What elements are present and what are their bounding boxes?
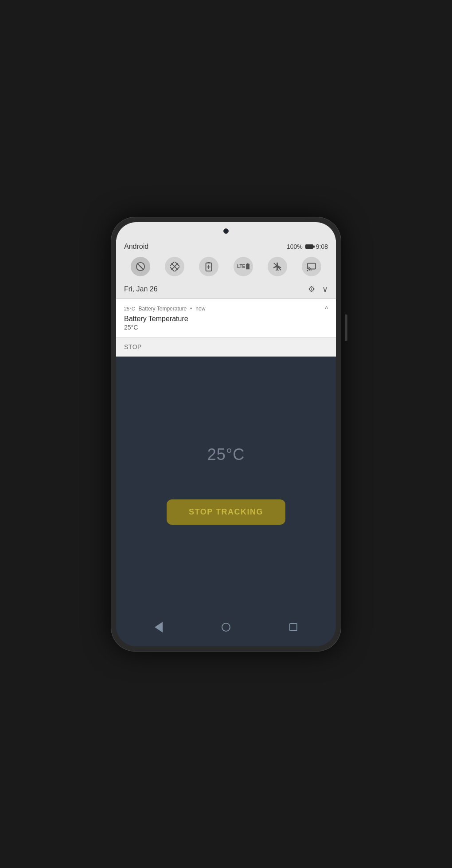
- home-button[interactable]: [219, 621, 233, 634]
- notification-time: now: [195, 306, 205, 312]
- notification-card: 25°C Battery Temperature • now ^ Battery…: [116, 299, 336, 338]
- phone-frame: Android 100% 9:08: [111, 217, 341, 652]
- notification-separator: •: [190, 306, 192, 312]
- back-icon: [155, 622, 163, 632]
- notification-header: 25°C Battery Temperature • now ^: [124, 305, 328, 312]
- battery-saver-icon[interactable]: [199, 257, 218, 276]
- svg-rect-4: [208, 262, 210, 263]
- phone-screen: Android 100% 9:08: [116, 222, 336, 646]
- camera-dot: [223, 228, 229, 234]
- notification-app-name: Battery Temperature: [139, 306, 187, 312]
- status-right-group: 100% 9:08: [287, 243, 328, 250]
- recents-button[interactable]: [287, 621, 300, 634]
- app-main-content: 25°C STOP TRACKING: [116, 357, 336, 613]
- cast-icon[interactable]: [302, 257, 321, 276]
- svg-point-12: [307, 270, 308, 271]
- notification-title: Battery Temperature: [124, 315, 328, 323]
- date-label: Fri, Jan 26: [124, 285, 158, 293]
- svg-text:LTE: LTE: [237, 264, 245, 269]
- notification-body: 25°C: [124, 324, 328, 331]
- home-icon: [222, 623, 230, 632]
- status-bar: Android 100% 9:08: [116, 240, 336, 253]
- recents-icon: [289, 623, 297, 631]
- airplane-mode-icon[interactable]: [268, 257, 287, 276]
- lte-signal-icon[interactable]: LTE: [234, 257, 253, 276]
- date-action-icons: ⚙ ∨: [308, 284, 328, 294]
- status-time: 9:08: [316, 243, 328, 250]
- stop-tracking-button[interactable]: STOP TRACKING: [167, 499, 285, 525]
- back-button[interactable]: [152, 621, 165, 634]
- notification-temp-badge: 25°C: [124, 306, 135, 311]
- notification-panel: Android 100% 9:08: [116, 222, 336, 357]
- battery-icon: [305, 244, 313, 249]
- notification-expand-icon[interactable]: ^: [325, 305, 328, 312]
- volume-button: [345, 314, 347, 341]
- settings-icon[interactable]: ⚙: [308, 284, 315, 294]
- status-app-name: Android: [124, 243, 148, 251]
- battery-percent: 100%: [287, 243, 303, 250]
- notification-action-area: STOP: [116, 338, 336, 357]
- temperature-reading: 25°C: [207, 445, 245, 464]
- date-row: Fri, Jan 26 ⚙ ∨: [116, 280, 336, 299]
- quick-settings-row: LTE: [116, 253, 336, 280]
- chevron-down-icon[interactable]: ∨: [322, 284, 328, 294]
- svg-rect-11: [308, 263, 316, 269]
- do-not-disturb-icon[interactable]: [131, 257, 150, 276]
- stop-action-button[interactable]: STOP: [124, 343, 142, 350]
- bottom-navigation: [116, 613, 336, 646]
- rotate-icon[interactable]: [165, 257, 184, 276]
